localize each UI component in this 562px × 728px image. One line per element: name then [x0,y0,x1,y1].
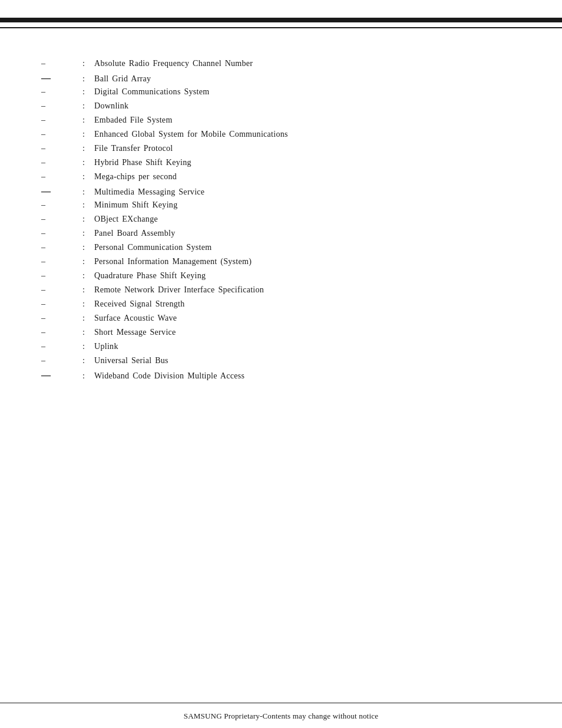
abbr-row: –:Remote Network Driver Interface Specif… [35,284,527,298]
abbr-definition: Uplink [94,342,118,351]
abbr-definition: Wideband Code Division Multiple Access [94,371,244,381]
abbr-definition: Hybrid Phase Shift Keying [94,158,191,167]
abbr-row: –:Hybrid Phase Shift Keying [35,157,527,171]
abbr-definition: Mega-chips per second [94,172,177,182]
abbr-colon: : [82,101,94,111]
abbr-colon: : [82,187,94,197]
abbr-colon: : [82,342,94,351]
abbr-colon: : [82,299,94,309]
abbr-definition: Short Message Service [94,328,176,337]
abbr-row: –:Short Message Service [35,327,527,341]
abbr-row: –:Surface Acoustic Wave [35,312,527,327]
abbr-definition: Downlink [94,101,128,111]
abbr-dash: – [35,342,82,351]
page: –:Absolute Radio Frequency Channel Numbe… [0,0,562,728]
abbr-definition: OBject EXchange [94,215,158,224]
abbr-row: –:Mega-chips per second [35,171,527,185]
abbr-colon: : [82,144,94,153]
abbr-definition: Panel Board Assembly [94,229,176,238]
abbr-row: –:Personal Communication System [35,242,527,256]
abbr-dash: – [35,130,82,139]
abbr-dash: – [35,101,82,111]
abbr-colon: : [82,328,94,337]
abbr-row: –:Uplink [35,341,527,355]
abbr-definition: Quadrature Phase Shift Keying [94,271,206,281]
abbr-row: –:Minimum Shift Keying [35,199,527,213]
abbr-dash: – [35,116,82,125]
abbr-colon: : [82,59,94,68]
abbr-row: –:Absolute Radio Frequency Channel Numbe… [35,58,527,72]
abbr-dash: — [35,73,82,84]
abbr-dash: — [35,370,82,381]
abbr-row: –:Panel Board Assembly [35,228,527,242]
abbr-definition: Ball Grid Array [94,74,151,84]
abbr-row: —:Ball Grid Array [35,72,527,86]
abbr-colon: : [82,158,94,167]
abbr-definition: Enhanced Global System for Mobile Commun… [94,130,288,139]
abbr-row: —:Wideband Code Division Multiple Access [35,369,527,383]
abbr-colon: : [82,87,94,97]
abbr-definition: Received Signal Strength [94,299,185,309]
abbr-dash: – [35,229,82,238]
abbr-row: —:Multimedia Messaging Service [35,185,527,199]
footer: SAMSUNG Proprietary-Contents may change … [0,703,562,728]
abbr-colon: : [82,172,94,182]
abbr-dash: – [35,87,82,97]
abbr-row: –:Quadrature Phase Shift Keying [35,270,527,284]
abbr-colon: : [82,74,94,84]
abbr-definition: Remote Network Driver Interface Specific… [94,285,264,295]
abbr-dash: – [35,243,82,252]
abbr-colon: : [82,116,94,125]
abbr-dash: – [35,144,82,153]
abbr-row: –:File Transfer Protocol [35,143,527,157]
abbr-dash: – [35,257,82,266]
abbr-row: –:Personal Information Management (Syste… [35,256,527,270]
abbr-dash: – [35,59,82,68]
abbr-dash: – [35,172,82,182]
abbr-definition: Digital Communications System [94,87,209,97]
abbr-definition: Personal Information Management (System) [94,257,252,266]
abbr-colon: : [82,285,94,295]
abbr-definition: Surface Acoustic Wave [94,314,177,323]
abbr-colon: : [82,356,94,365]
abbr-dash: – [35,200,82,210]
abbr-dash: – [35,356,82,365]
abbr-colon: : [82,130,94,139]
abbr-row: –:Received Signal Strength [35,298,527,312]
footer-text: SAMSUNG Proprietary-Contents may change … [184,711,378,720]
abbr-dash: – [35,215,82,224]
abbr-dash: – [35,271,82,281]
abbr-colon: : [82,229,94,238]
abbr-row: –:Universal Serial Bus [35,355,527,369]
abbr-colon: : [82,257,94,266]
abbr-dash: – [35,299,82,309]
abbr-definition: Embaded File System [94,116,173,125]
abbr-dash: – [35,285,82,295]
abbr-definition: Personal Communication System [94,243,211,252]
abbr-row: –:Downlink [35,100,527,114]
abbr-colon: : [82,271,94,281]
abbr-row: –:Enhanced Global System for Mobile Comm… [35,129,527,143]
abbr-colon: : [82,314,94,323]
abbr-colon: : [82,243,94,252]
abbr-dash: — [35,186,82,197]
abbr-row: –:OBject EXchange [35,213,527,228]
top-bar-thick [0,18,562,22]
abbr-definition: File Transfer Protocol [94,144,173,153]
abbr-definition: Absolute Radio Frequency Channel Number [94,59,253,68]
abbr-dash: – [35,314,82,323]
abbr-definition: Multimedia Messaging Service [94,187,204,197]
abbr-colon: : [82,371,94,381]
abbr-row: –:Digital Communications System [35,86,527,100]
abbr-colon: : [82,200,94,210]
abbr-definition: Universal Serial Bus [94,356,168,365]
abbreviations-list: –:Absolute Radio Frequency Channel Numbe… [35,58,527,383]
abbr-colon: : [82,215,94,224]
abbr-dash: – [35,158,82,167]
abbr-row: –:Embaded File System [35,114,527,129]
content-area: –:Absolute Radio Frequency Channel Numbe… [0,28,562,703]
abbr-definition: Minimum Shift Keying [94,200,177,210]
abbr-dash: – [35,328,82,337]
